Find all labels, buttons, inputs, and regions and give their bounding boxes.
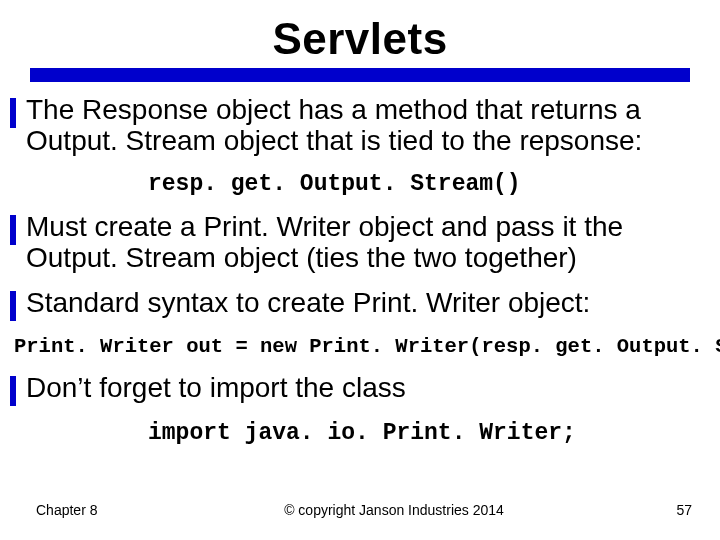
- code-snippet: Print. Writer out = new Print. Writer(re…: [14, 335, 712, 358]
- bullet-text: The Response object has a method that re…: [26, 94, 712, 157]
- bullet-item: The Response object has a method that re…: [8, 94, 712, 157]
- title-underline: [30, 68, 690, 82]
- bullet-marker-icon: [10, 215, 16, 245]
- slide: Servlets The Response object has a metho…: [0, 0, 720, 540]
- code-snippet: import java. io. Print. Writer;: [148, 420, 712, 446]
- footer-page-number: 57: [632, 502, 692, 518]
- footer-chapter: Chapter 8: [36, 502, 156, 518]
- code-snippet: resp. get. Output. Stream(): [148, 171, 712, 197]
- footer: Chapter 8 © copyright Janson Industries …: [0, 502, 720, 518]
- bullet-text: Don’t forget to import the class: [26, 372, 406, 403]
- bullet-item: Don’t forget to import the class: [8, 372, 712, 406]
- bullet-marker-icon: [10, 376, 16, 406]
- bullet-item: Must create a Print. Writer object and p…: [8, 211, 712, 274]
- bullet-marker-icon: [10, 98, 16, 128]
- content-area: The Response object has a method that re…: [0, 94, 720, 446]
- bullet-marker-icon: [10, 291, 16, 321]
- bullet-text: Must create a Print. Writer object and p…: [26, 211, 712, 274]
- bullet-item: Standard syntax to create Print. Writer …: [8, 287, 712, 321]
- slide-title: Servlets: [0, 0, 720, 68]
- footer-copyright: © copyright Janson Industries 2014: [156, 502, 632, 518]
- bullet-text: Standard syntax to create Print. Writer …: [26, 287, 590, 318]
